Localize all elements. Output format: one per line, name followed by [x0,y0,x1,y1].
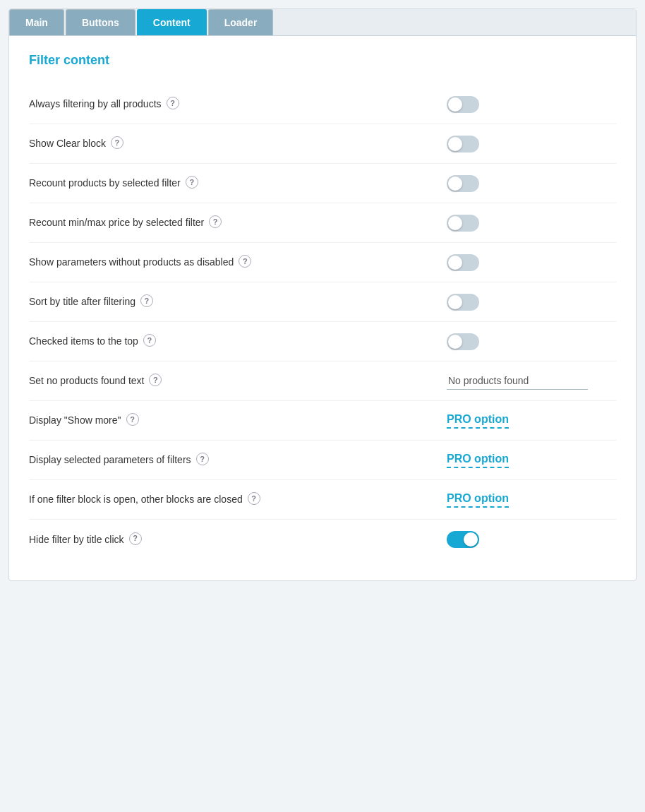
toggle-thumb-show-params-disabled [448,256,462,270]
section-title: Filter content [29,53,616,68]
help-icon-no-products-text[interactable]: ? [149,374,162,386]
label-text-no-products-text: Set no products found text [29,374,144,388]
control-display-show-more: PRO option [404,413,616,429]
help-icon-hide-filter-title-click[interactable]: ? [129,532,142,545]
label-no-products-text: Set no products found text? [29,374,162,388]
toggle-always-filtering[interactable] [447,96,479,113]
row-always-filtering: Always filtering by all products? [29,85,616,124]
tab-buttons[interactable]: Buttons [66,9,135,35]
label-always-filtering: Always filtering by all products? [29,97,179,112]
help-icon-display-show-more[interactable]: ? [126,413,139,426]
help-icon-display-selected-params[interactable]: ? [196,453,209,465]
toggle-checked-items-top[interactable] [447,333,479,350]
row-no-products-text: Set no products found text? [29,362,616,401]
tab-content[interactable]: Content [137,9,207,35]
pro-option-one-filter-open[interactable]: PRO option [447,492,509,508]
row-checked-items-top: Checked items to the top? [29,322,616,362]
toggle-thumb-always-filtering [448,97,462,112]
label-recount-price: Recount min/max price by selected filter… [29,215,222,230]
toggle-sort-by-title[interactable] [447,294,479,311]
pro-option-display-selected-params[interactable]: PRO option [447,453,509,468]
tab-bar: MainButtonsContentLoader [9,9,636,36]
control-one-filter-open: PRO option [404,492,616,508]
pro-option-display-show-more[interactable]: PRO option [447,413,509,429]
label-sort-by-title: Sort by title after filtering? [29,294,153,309]
control-no-products-text [404,372,616,390]
label-text-always-filtering: Always filtering by all products [29,97,162,112]
label-text-sort-by-title: Sort by title after filtering [29,294,135,309]
help-icon-show-params-disabled[interactable]: ? [239,255,251,268]
row-hide-filter-title-click: Hide filter by title click? [29,520,616,559]
toggle-thumb-recount-price [448,216,462,230]
label-hide-filter-title-click: Hide filter by title click? [29,532,142,547]
toggle-hide-filter-title-click[interactable] [447,531,479,548]
toggle-thumb-checked-items-top [448,335,462,349]
label-checked-items-top: Checked items to the top? [29,334,156,349]
tab-loader[interactable]: Loader [208,9,274,35]
row-display-selected-params: Display selected parameters of filters?P… [29,441,616,480]
control-always-filtering [404,96,616,113]
label-text-display-show-more: Display "Show more" [29,413,121,428]
label-text-recount-products: Recount products by selected filter [29,176,181,191]
label-display-show-more: Display "Show more"? [29,413,139,428]
row-show-params-disabled: Show parameters without products as disa… [29,243,616,282]
control-hide-filter-title-click [404,531,616,548]
row-one-filter-open: If one filter block is open, other block… [29,480,616,520]
row-recount-products: Recount products by selected filter? [29,164,616,203]
label-text-checked-items-top: Checked items to the top [29,334,138,349]
label-text-recount-price: Recount min/max price by selected filter [29,215,204,230]
help-icon-show-clear-block[interactable]: ? [111,136,123,149]
label-text-show-params-disabled: Show parameters without products as disa… [29,255,234,270]
help-icon-sort-by-title[interactable]: ? [140,294,153,307]
control-show-clear-block [404,136,616,153]
tab-main[interactable]: Main [9,9,64,35]
label-text-display-selected-params: Display selected parameters of filters [29,453,191,467]
toggle-thumb-hide-filter-title-click [464,532,478,547]
label-text-hide-filter-title-click: Hide filter by title click [29,532,124,547]
settings-panel: MainButtonsContentLoader Filter content … [8,8,637,581]
toggle-recount-products[interactable] [447,175,479,192]
row-recount-price: Recount min/max price by selected filter… [29,203,616,243]
label-show-params-disabled: Show parameters without products as disa… [29,255,251,270]
help-icon-checked-items-top[interactable]: ? [143,334,156,347]
toggle-recount-price[interactable] [447,215,479,232]
label-text-one-filter-open: If one filter block is open, other block… [29,492,243,507]
toggle-thumb-show-clear-block [448,137,462,151]
label-one-filter-open: If one filter block is open, other block… [29,492,260,507]
toggle-show-clear-block[interactable] [447,136,479,153]
help-icon-recount-price[interactable]: ? [209,215,222,228]
content-area: Filter content Always filtering by all p… [9,36,636,566]
label-display-selected-params: Display selected parameters of filters? [29,453,209,467]
label-text-show-clear-block: Show Clear block [29,136,106,151]
label-recount-products: Recount products by selected filter? [29,176,198,191]
control-display-selected-params: PRO option [404,453,616,468]
toggle-show-params-disabled[interactable] [447,254,479,271]
control-checked-items-top [404,333,616,350]
control-sort-by-title [404,294,616,311]
rows-container: Always filtering by all products?Show Cl… [29,85,616,559]
input-no-products-text[interactable] [447,372,588,390]
toggle-thumb-sort-by-title [448,295,462,309]
toggle-thumb-recount-products [448,177,462,191]
label-show-clear-block: Show Clear block? [29,136,123,151]
help-icon-one-filter-open[interactable]: ? [248,492,260,505]
row-display-show-more: Display "Show more"?PRO option [29,401,616,441]
row-sort-by-title: Sort by title after filtering? [29,282,616,322]
help-icon-recount-products[interactable]: ? [186,176,198,189]
row-show-clear-block: Show Clear block? [29,124,616,164]
control-recount-price [404,215,616,232]
control-recount-products [404,175,616,192]
control-show-params-disabled [404,254,616,271]
help-icon-always-filtering[interactable]: ? [167,97,179,109]
